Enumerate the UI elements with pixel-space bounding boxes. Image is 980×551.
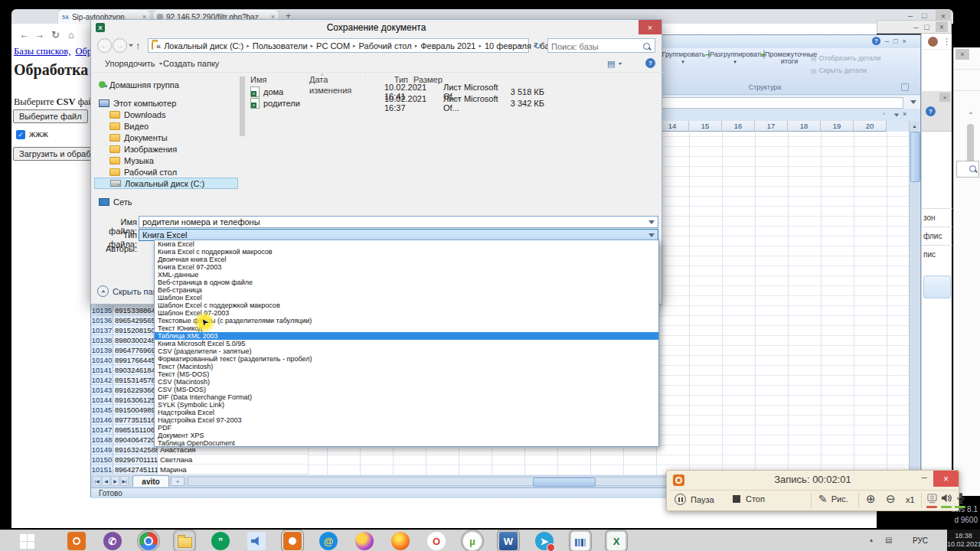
language-indicator[interactable]: РУС [913, 536, 928, 545]
dialog-help-icon[interactable]: ? [645, 58, 655, 68]
list-item[interactable]: пис [922, 245, 952, 263]
dropdown-option[interactable]: Шаблон Excel 97-2003 [155, 309, 658, 317]
zoom-in-icon[interactable]: ⊕ [866, 492, 876, 506]
search-input[interactable] [548, 41, 639, 51]
phone-cell[interactable]: 89150049892 [113, 405, 158, 415]
row-number[interactable]: 10140 [91, 355, 113, 365]
organize-button[interactable]: Упорядочить [105, 59, 164, 68]
bg-minimize-icon[interactable]: – [913, 22, 918, 31]
phone-cell[interactable]: 89040647202 [113, 435, 158, 445]
ribbon-link[interactable]: ▤ Скрыть детали [811, 67, 867, 74]
phone-cell[interactable]: 89642745111 [113, 465, 158, 474]
column-header[interactable]: 15 [689, 121, 722, 132]
browser-back-icon[interactable]: ← [19, 29, 29, 41]
dropdown-option[interactable]: Книга Microsoft Excel 5.0/95 [155, 340, 658, 347]
dropdown-option[interactable]: Таблица OpenDocument [155, 439, 658, 447]
breadcrumb[interactable]: « Локальный диск (C:)▸ Пользователи▸ PC … [148, 38, 529, 53]
excel-help-icon[interactable]: ? [872, 37, 880, 45]
viber-icon[interactable]: ✆ [103, 532, 122, 550]
webcam-icon[interactable] [926, 493, 938, 507]
opera-icon[interactable]: O [427, 532, 446, 550]
recorder-minimize-icon[interactable]: – [916, 472, 932, 486]
breadcrumb-item[interactable]: PC COM▸ [316, 41, 359, 51]
phone-cell[interactable]: 89153145788 [113, 375, 158, 385]
nav-item[interactable]: Музыка [94, 155, 238, 166]
row-number[interactable]: 10146 [91, 415, 113, 425]
browser-reload-icon[interactable]: ↻ [51, 29, 60, 41]
view-button[interactable]: ▤ [607, 59, 623, 69]
formula-expand-icon[interactable] [910, 100, 916, 104]
row-number[interactable]: 10141 [91, 365, 113, 375]
utorrent-icon[interactable]: µ [463, 532, 482, 550]
row-number[interactable]: 10142 [91, 375, 113, 385]
browser-home-icon[interactable]: ⌂ [68, 29, 74, 41]
nav-item[interactable]: Документы [94, 132, 238, 143]
small-window-close-icon[interactable]: × [939, 93, 950, 102]
speaker-icon[interactable] [941, 493, 952, 507]
Светлана[interactable]: 10150 89296701111 Светлана [91, 455, 309, 465]
dropdown-option[interactable]: Веб-страница в одном файле [155, 279, 658, 286]
phone-cell[interactable]: 89163242588 [113, 445, 158, 455]
nav-item[interactable]: Домашняя группа [94, 79, 238, 90]
partial-button[interactable] [923, 276, 951, 298]
column-header[interactable]: Дата изменения [308, 74, 366, 85]
vertical-scroll-thumb[interactable] [910, 132, 920, 182]
tray-keyboard-icon[interactable]: ▤ [885, 536, 892, 544]
help-icon[interactable]: ? [926, 106, 936, 116]
profile-avatar[interactable] [928, 37, 938, 47]
workbook-minimize-icon[interactable]: ▫ [883, 110, 885, 117]
nav-scrollbar[interactable] [240, 75, 245, 211]
excel-close-icon[interactable]: × [902, 37, 906, 45]
dropdown-option[interactable]: Книга Excel [155, 240, 658, 248]
nav-item[interactable]: Этот компьютер [94, 97, 238, 109]
nav-item[interactable]: Локальный диск (C:) [94, 178, 238, 189]
row-number[interactable]: 10147 [91, 425, 113, 435]
far-close-icon[interactable]: × [956, 49, 969, 60]
scroll-thumb[interactable] [967, 124, 974, 164]
row-number[interactable]: 10135 [91, 305, 113, 315]
Марина[interactable]: 10151 89642745111 Марина [91, 465, 309, 474]
dialog-back-icon[interactable]: ← [97, 38, 112, 53]
dropdown-option[interactable]: Книга Excel 97-2003 [155, 263, 658, 271]
checkbox-checked-icon[interactable]: ✓ [16, 130, 25, 139]
excel-minimize-icon[interactable]: – [885, 37, 889, 45]
ribbon-link[interactable]: ▤ Отобразить детали [811, 54, 880, 62]
dialog-close-button[interactable]: × [639, 20, 662, 34]
chart-app-icon[interactable] [571, 532, 590, 550]
phone-cell[interactable]: 89803002485 [113, 335, 158, 345]
start-button[interactable] [17, 533, 37, 549]
draw-button[interactable]: ✎ Рис. [818, 493, 848, 505]
window-minimize-icon[interactable]: – [908, 11, 913, 20]
chrome-icon[interactable] [139, 532, 158, 550]
dropdown-option[interactable]: Надстройка Excel 97-2003 [155, 416, 658, 424]
dropdown-option[interactable]: XML-данные [155, 271, 658, 279]
sheet-tab-avito[interactable]: avito [132, 475, 169, 487]
microphone-icon[interactable] [956, 492, 966, 507]
sheet-nav-icon[interactable]: ▶| [120, 476, 129, 486]
row-number[interactable]: 10148 [91, 435, 113, 445]
dropdown-option[interactable]: Текстовые файлы (с разделителями табуляц… [155, 317, 658, 324]
tray-clock[interactable]: 18:38 10.02.2021 [947, 530, 980, 551]
file-explorer-icon[interactable] [175, 532, 194, 550]
dropdown-option[interactable]: Шаблон Excel [155, 294, 658, 302]
row-number[interactable]: 10150 [91, 455, 113, 465]
phone-cell[interactable]: 89296701111 [113, 455, 158, 465]
pause-button[interactable]: Пауза [675, 494, 714, 505]
workbook-close-icon[interactable]: × [903, 110, 906, 118]
phone-cell[interactable]: 89162293662 [113, 385, 158, 395]
column-header[interactable]: 18 [788, 121, 821, 132]
hangouts-icon[interactable]: ” [211, 532, 230, 550]
workbook-caret-icon[interactable] [894, 114, 899, 117]
bg-maximize-icon[interactable]: □ [924, 22, 929, 31]
column-header[interactable]: 19 [821, 121, 854, 132]
telegram-icon[interactable]: ➤ [535, 532, 554, 550]
dropdown-option[interactable]: DIF (Data Interchange Format) [155, 393, 658, 401]
phone-cell[interactable]: 89032461846 [113, 365, 158, 375]
address-caret-icon[interactable] [518, 45, 523, 48]
родители[interactable]: родители 10.02.2021 16:37 Лист Microsoft… [249, 97, 658, 109]
phone-cell[interactable]: 89153388640 [113, 305, 158, 315]
ribbon-button[interactable]: Группировать ▾ [659, 51, 707, 65]
dropdown-option[interactable]: Текст (MS-DOS) [155, 370, 658, 378]
dialog-launcher-icon[interactable] [901, 83, 909, 91]
phone-cell[interactable]: 89654295655 [113, 315, 158, 325]
